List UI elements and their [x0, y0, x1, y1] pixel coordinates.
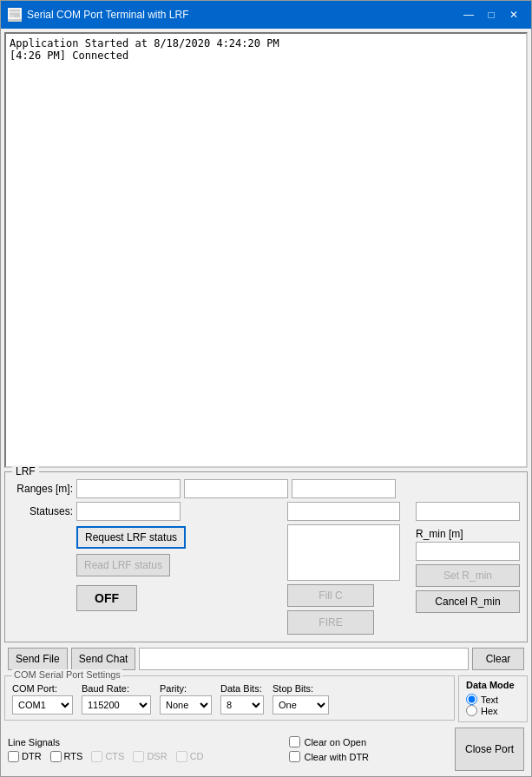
signal-cd: CD: [176, 751, 204, 762]
cts-label: CTS: [105, 751, 124, 761]
com-port-label: COM Port:: [12, 683, 73, 694]
line-signals-label: Line Signals: [8, 737, 204, 747]
data-mode-box: Data Mode Text Hex: [458, 675, 528, 722]
read-lrf-button[interactable]: Read LRF status: [76, 554, 170, 576]
data-bits-select[interactable]: 8: [220, 695, 264, 714]
bottom-section: Line Signals DTR RTS CTS: [4, 726, 528, 773]
dtr-label: DTR: [22, 751, 42, 761]
clear-with-dtr-row: Clear with DTR: [289, 751, 369, 762]
rmin-input[interactable]: [416, 542, 520, 561]
com-settings: COM Serial Port Settings COM Port: COM1 …: [4, 675, 455, 721]
terminal-line-2: [4:26 PM] Connected: [10, 49, 522, 62]
close-port-button[interactable]: Close Port: [455, 728, 524, 771]
statuses-label: Statuses:: [12, 505, 73, 517]
range-input-2[interactable]: [184, 479, 288, 498]
signal-dsr: DSR: [133, 751, 167, 762]
close-button[interactable]: ✕: [503, 6, 524, 23]
hex-radio-label: Hex: [481, 706, 498, 716]
clear-on-open-label: Clear on Open: [304, 737, 366, 747]
ranges-label: Ranges [m]:: [12, 483, 73, 495]
status-input-1[interactable]: [76, 502, 181, 521]
settings-row: COM Serial Port Settings COM Port: COM1 …: [4, 675, 528, 722]
app-icon: |||: [8, 8, 22, 22]
lrf-center: Fill C FIRE: [287, 502, 409, 635]
title-bar: ||| Serial COM Port Terminal with LRF — …: [1, 1, 531, 29]
text-radio-label: Text: [481, 695, 498, 705]
range-input-3[interactable]: [292, 479, 396, 498]
lrf-group-label: LRF: [12, 465, 39, 477]
data-mode-title: Data Mode: [466, 680, 520, 690]
line-signals-section: Line Signals DTR RTS CTS: [8, 737, 204, 762]
title-bar-left: ||| Serial COM Port Terminal with LRF: [8, 8, 189, 22]
com-settings-label: COM Serial Port Settings: [12, 669, 122, 680]
parity-label: Parity:: [160, 683, 212, 694]
com-port-select[interactable]: COM1: [12, 695, 73, 714]
signals-left: DTR RTS CTS DSR: [8, 751, 204, 762]
clear-on-open-checkbox[interactable]: [289, 736, 300, 747]
request-lrf-button[interactable]: Request LRF status: [76, 526, 186, 549]
statuses-row: Statuses:: [12, 502, 280, 521]
dsr-checkbox[interactable]: [133, 751, 144, 762]
cancel-rmin-button[interactable]: Cancel R_min: [416, 590, 520, 613]
status-input-3[interactable]: [416, 502, 520, 521]
dsr-label: DSR: [147, 751, 167, 761]
baud-rate-label: Baud Rate:: [82, 683, 151, 694]
signal-dtr: DTR: [8, 751, 42, 762]
main-window: ||| Serial COM Port Terminal with LRF — …: [0, 0, 532, 777]
lrf-right: R_min [m] Set R_min Cancel R_min: [416, 502, 520, 635]
window-controls: — □ ✕: [458, 6, 524, 23]
dtr-checkbox[interactable]: [8, 751, 19, 762]
text-radio[interactable]: [466, 694, 477, 705]
lrf-left: Statuses: Request LRF status Read LRF st…: [12, 502, 280, 635]
rts-label: RTS: [64, 751, 83, 761]
off-button[interactable]: OFF: [76, 585, 137, 611]
terminal-output[interactable]: Application Started at 8/18/2020 4:24:20…: [4, 32, 528, 468]
lrf-main-layout: Statuses: Request LRF status Read LRF st…: [12, 502, 520, 635]
status-input-2[interactable]: [287, 502, 400, 521]
send-file-button[interactable]: Send File: [8, 648, 68, 670]
cd-checkbox[interactable]: [176, 751, 187, 762]
lrf-textarea[interactable]: [287, 524, 400, 581]
clear-on-open-row: Clear on Open: [289, 736, 366, 747]
clear-with-dtr-label: Clear with DTR: [304, 752, 369, 762]
baud-rate-select[interactable]: 115200: [82, 695, 151, 714]
hex-radio-row: Hex: [466, 705, 520, 716]
main-content: Application Started at 8/18/2020 4:24:20…: [1, 29, 531, 776]
window-title: Serial COM Port Terminal with LRF: [27, 9, 189, 21]
chat-input[interactable]: [139, 648, 469, 670]
clear-options: Clear on Open Clear with DTR: [289, 736, 369, 762]
data-bits-field: Data Bits: 8: [220, 683, 264, 714]
stop-bits-label: Stop Bits:: [273, 683, 329, 694]
parity-field: Parity: None: [160, 683, 212, 714]
fillc-button[interactable]: Fill C: [287, 584, 374, 607]
rmin-label: R_min [m]: [416, 528, 520, 540]
text-radio-row: Text: [466, 694, 520, 705]
stop-bits-field: Stop Bits: One: [273, 683, 329, 714]
stop-bits-select[interactable]: One: [273, 695, 329, 714]
toolbar: Send File Send Chat Clear: [4, 646, 528, 672]
rts-checkbox[interactable]: [50, 751, 62, 762]
parity-select[interactable]: None: [160, 695, 212, 714]
fire-button[interactable]: FIRE: [287, 610, 374, 635]
minimize-button[interactable]: —: [458, 6, 479, 23]
hex-radio[interactable]: [466, 705, 477, 716]
cts-checkbox[interactable]: [91, 751, 102, 762]
baud-rate-field: Baud Rate: 115200: [82, 683, 151, 714]
data-bits-label: Data Bits:: [220, 683, 264, 694]
signal-cts: CTS: [91, 751, 124, 762]
send-chat-button[interactable]: Send Chat: [71, 648, 136, 670]
svg-text:|||: |||: [10, 14, 14, 19]
range-input-1[interactable]: [76, 479, 181, 498]
terminal-line-1: Application Started at 8/18/2020 4:24:20…: [10, 37, 522, 49]
com-row: COM Port: COM1 Baud Rate: 115200 Parity:: [12, 683, 447, 714]
set-rmin-button[interactable]: Set R_min: [416, 564, 520, 587]
com-port-field: COM Port: COM1: [12, 683, 73, 714]
signal-rts: RTS: [50, 751, 83, 762]
lrf-group: LRF Ranges [m]: Statuses: Request LRF st: [4, 471, 528, 642]
clear-button[interactable]: Clear: [472, 648, 524, 670]
ranges-row: Ranges [m]:: [12, 479, 520, 498]
cd-label: CD: [190, 751, 204, 761]
clear-with-dtr-checkbox[interactable]: [289, 751, 300, 762]
maximize-button[interactable]: □: [481, 6, 502, 23]
